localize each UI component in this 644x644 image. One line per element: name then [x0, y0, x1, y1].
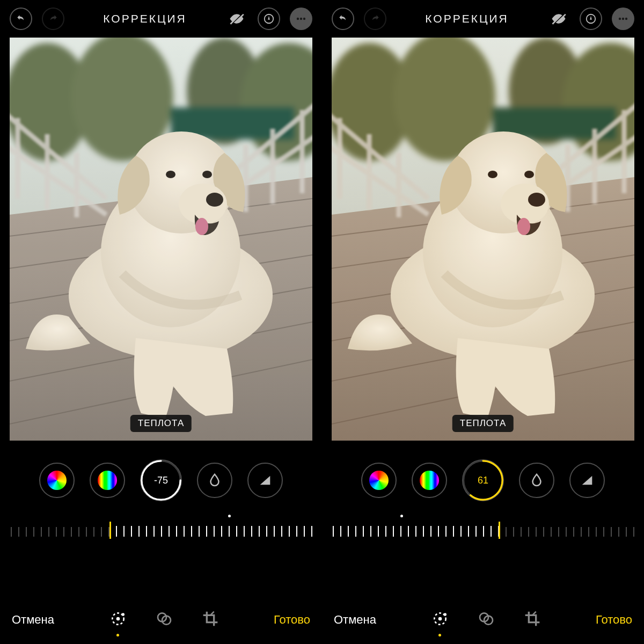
crop-mode[interactable]	[522, 606, 543, 633]
active-mode-dot	[116, 634, 119, 636]
adjustment-dials: 61	[322, 448, 644, 513]
adjustment-name-badge: ТЕПЛОТА	[452, 415, 514, 432]
crop-icon	[202, 610, 219, 630]
warmth-dial[interactable]: 61	[462, 459, 504, 501]
bottom-toolbar: Отмена Готово	[322, 596, 644, 644]
warmth-dial[interactable]: -75	[140, 459, 182, 501]
slider-origin-dot	[228, 515, 231, 517]
svg-point-43	[619, 18, 621, 20]
screen-title: КОРРЕКЦИЯ	[425, 12, 508, 25]
eye-off-icon	[229, 11, 245, 27]
svg-point-3	[303, 18, 305, 20]
done-button[interactable]: Готово	[596, 613, 632, 627]
adjust-icon	[109, 610, 127, 630]
screen-title: КОРРЕКЦИЯ	[103, 12, 186, 25]
svg-point-2	[300, 18, 302, 20]
editor-pane-right: КОРРЕКЦИЯ	[322, 0, 644, 644]
top-toolbar: КОРРЕКЦИЯ	[322, 0, 644, 38]
top-toolbar: КОРРЕКЦИЯ	[0, 0, 322, 38]
sharpness-dial[interactable]	[569, 463, 605, 498]
svg-point-38	[116, 617, 120, 621]
active-mode-dot	[438, 634, 441, 636]
tint-dial[interactable]	[197, 463, 232, 498]
crop-icon	[524, 610, 541, 630]
adjust-icon	[431, 610, 449, 630]
slider-ticks	[333, 521, 633, 540]
cancel-button[interactable]: Отмена	[12, 613, 54, 627]
undo-icon	[338, 13, 348, 24]
value-slider[interactable]	[0, 513, 322, 548]
tint-dial[interactable]	[519, 463, 554, 498]
photo-preview[interactable]: ТЕПЛОТА	[10, 38, 312, 441]
markup-button[interactable]	[580, 8, 602, 30]
markup-button[interactable]	[258, 8, 280, 30]
color-dial[interactable]	[39, 463, 75, 498]
editor-pane-left: КОРРЕКЦИЯ	[0, 0, 322, 644]
undo-button[interactable]	[10, 8, 32, 30]
redo-button[interactable]	[42, 8, 64, 30]
adjustment-name-badge: ТЕПЛОТА	[130, 415, 192, 432]
bw-dial[interactable]	[412, 463, 447, 498]
bw-dial[interactable]	[90, 463, 125, 498]
svg-point-39	[121, 613, 124, 616]
slider-needle	[499, 522, 500, 539]
more-icon	[295, 12, 308, 25]
value-slider[interactable]	[322, 513, 644, 548]
adjustment-dials: -75	[0, 448, 322, 513]
slider-origin-dot	[400, 515, 403, 517]
more-button[interactable]	[612, 8, 634, 30]
redo-icon	[370, 13, 380, 24]
edit-mode-switcher	[429, 606, 543, 633]
adjust-mode[interactable]	[429, 606, 451, 633]
filters-mode[interactable]	[153, 606, 175, 633]
color-dial[interactable]	[361, 463, 397, 498]
filters-icon	[478, 610, 495, 630]
bottom-toolbar: Отмена Готово	[0, 596, 322, 644]
slider-ticks	[11, 521, 311, 540]
toggle-preview-button[interactable]	[225, 8, 248, 30]
more-button[interactable]	[290, 8, 312, 30]
done-button[interactable]: Готово	[274, 613, 310, 627]
markup-icon	[585, 13, 597, 25]
filters-icon	[156, 610, 173, 630]
cancel-button[interactable]: Отмена	[334, 613, 376, 627]
adjust-mode[interactable]	[107, 606, 129, 633]
svg-rect-77	[332, 38, 634, 441]
more-icon	[617, 12, 630, 25]
photo-preview[interactable]: ТЕПЛОТА	[332, 38, 634, 441]
undo-button[interactable]	[332, 8, 354, 30]
redo-icon	[48, 13, 58, 24]
undo-icon	[16, 13, 26, 24]
eye-off-icon	[551, 11, 567, 27]
markup-icon	[263, 13, 275, 25]
svg-point-80	[438, 617, 442, 621]
svg-point-81	[443, 613, 446, 616]
redo-button[interactable]	[364, 8, 386, 30]
svg-point-45	[625, 18, 627, 20]
crop-mode[interactable]	[200, 606, 221, 633]
svg-rect-35	[10, 38, 312, 441]
toggle-preview-button[interactable]	[547, 8, 570, 30]
svg-point-1	[297, 18, 299, 20]
filters-mode[interactable]	[475, 606, 497, 633]
edit-mode-switcher	[107, 606, 221, 633]
sharpness-dial[interactable]	[247, 463, 283, 498]
slider-needle	[109, 522, 111, 539]
svg-point-44	[622, 18, 624, 20]
